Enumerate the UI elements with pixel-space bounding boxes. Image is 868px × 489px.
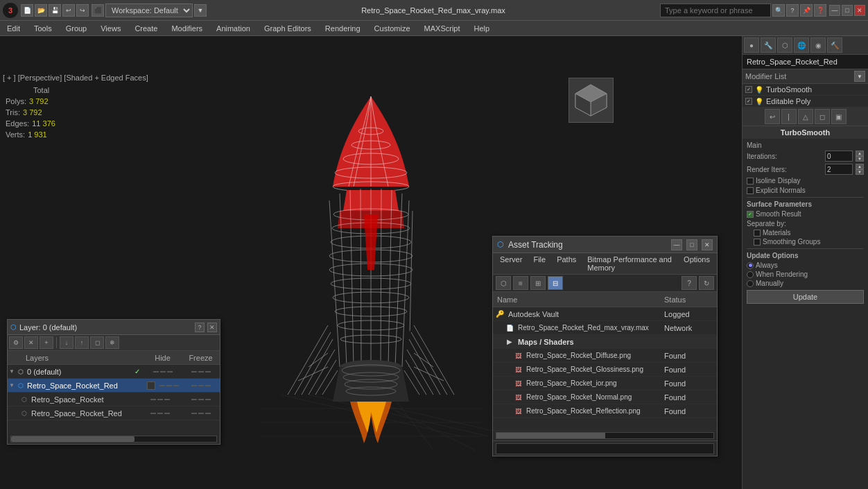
asset-row-normal[interactable]: 🖼 Retro_Space_Rocket_Normal.png Found bbox=[493, 391, 717, 404]
rp-icon-sphere[interactable]: ● bbox=[744, 37, 759, 53]
open-file-icon[interactable]: 📂 bbox=[35, 4, 47, 17]
asset-path-input[interactable] bbox=[496, 443, 714, 454]
menu-maxscript[interactable]: MAXScript bbox=[417, 21, 467, 35]
asset-row-glossiness[interactable]: 🖼 Retro_Space_Rocket_Glossiness.png Foun… bbox=[493, 363, 717, 377]
layer-tool-add[interactable]: + bbox=[40, 336, 53, 349]
modifier-editable-poly[interactable]: ✓ 💡 Editable Poly bbox=[743, 96, 868, 108]
layer-expand-retro-red[interactable]: ▼ bbox=[8, 379, 16, 392]
asset-close-btn[interactable]: ✕ bbox=[702, 239, 713, 250]
workspace-arrow[interactable]: ▼ bbox=[194, 4, 207, 17]
layer-tool-settings[interactable]: ⚙ bbox=[9, 336, 23, 349]
ts-materials-checkbox[interactable] bbox=[754, 230, 761, 237]
layer-tool-move-down[interactable]: ↓ bbox=[60, 336, 73, 349]
ts-iterations-input[interactable] bbox=[825, 151, 853, 162]
menu-animation[interactable]: Animation bbox=[209, 21, 257, 35]
workspace-dropdown[interactable]: Workspace: Default bbox=[105, 3, 193, 17]
menu-views[interactable]: Views bbox=[94, 21, 128, 35]
ts-render-iters-input[interactable] bbox=[825, 164, 853, 175]
menu-graph-editors[interactable]: Graph Editors bbox=[257, 21, 318, 35]
configure-tool[interactable]: ▣ bbox=[831, 109, 847, 124]
asset-scrollbar[interactable] bbox=[496, 432, 714, 439]
menu-tools[interactable]: Tools bbox=[27, 21, 59, 35]
asset-tool-2[interactable]: ≡ bbox=[513, 276, 528, 290]
asset-tool-4[interactable]: ⊟ bbox=[548, 276, 563, 290]
layer-expand-default[interactable]: ▼ bbox=[8, 365, 16, 378]
menu-modifiers[interactable]: Modifiers bbox=[164, 21, 209, 35]
ts-render-up[interactable]: ▲ bbox=[856, 164, 864, 169]
asset-row-ior[interactable]: 🖼 Retro_Space_Rocket_ior.png Found bbox=[493, 377, 717, 391]
asset-tool-1[interactable]: ⬡ bbox=[496, 276, 511, 290]
maximize-button[interactable]: □ bbox=[842, 5, 853, 16]
pin-icon[interactable]: 📌 bbox=[800, 4, 813, 17]
workspace-selector[interactable]: ⬛ Workspace: Default ▼ bbox=[92, 3, 207, 17]
layer-tool-move-up[interactable]: ↑ bbox=[75, 336, 89, 349]
rp-icon-utilities[interactable]: 🔨 bbox=[827, 37, 842, 53]
rp-icon-hierarchy[interactable]: ⬡ bbox=[777, 37, 792, 53]
ts-always-radio[interactable] bbox=[747, 262, 754, 269]
ts-render-down[interactable]: ▼ bbox=[856, 169, 864, 175]
rp-icon-modify[interactable]: 🔧 bbox=[761, 37, 776, 53]
asset-minimize-btn[interactable]: — bbox=[671, 239, 682, 250]
modifier-checkbox[interactable]: ✓ bbox=[745, 86, 752, 93]
modifier-turbosmooth[interactable]: ✓ 💡 TurboSmooth bbox=[743, 84, 868, 96]
asset-tool-help[interactable]: ? bbox=[682, 276, 697, 290]
menu-create[interactable]: Create bbox=[128, 21, 164, 35]
asset-tool-refresh[interactable]: ↻ bbox=[699, 276, 714, 290]
layer-tool-freeze[interactable]: ❄ bbox=[105, 336, 119, 349]
layer-tool-delete[interactable]: ✕ bbox=[24, 336, 38, 349]
asset-maximize-btn[interactable]: □ bbox=[686, 239, 697, 250]
undo-icon[interactable]: ↩ bbox=[62, 4, 75, 17]
ts-manually-radio[interactable] bbox=[747, 280, 754, 287]
layer-scrollbar[interactable] bbox=[10, 436, 217, 443]
search-input[interactable] bbox=[660, 3, 771, 17]
asset-menu-server[interactable]: Server bbox=[494, 255, 528, 273]
asset-row-maxfile[interactable]: 📄 Retro_Space_Rocket_Red_max_vray.max Ne… bbox=[493, 321, 717, 335]
asset-row-reflection[interactable]: 🖼 Retro_Space_Rocket_Reflection.png Foun… bbox=[493, 404, 717, 418]
ts-isoline-checkbox[interactable] bbox=[747, 178, 754, 185]
layer-panel-help[interactable]: ? bbox=[195, 323, 205, 332]
ts-explicit-normals-checkbox[interactable] bbox=[747, 187, 754, 194]
menu-rendering[interactable]: Rendering bbox=[318, 21, 367, 35]
redo-icon[interactable]: ↪ bbox=[76, 4, 89, 17]
layer-subrow-rocket-red[interactable]: ⬡ Retro_Space_Rocket_Red bbox=[8, 406, 220, 420]
rp-icon-motion[interactable]: 🌐 bbox=[794, 37, 809, 53]
menu-group[interactable]: Group bbox=[59, 21, 94, 35]
close-button[interactable]: ✕ bbox=[854, 5, 865, 16]
new-file-icon[interactable]: 📄 bbox=[21, 4, 33, 17]
make-unique-tool[interactable]: ◻ bbox=[815, 109, 830, 124]
asset-menu-paths[interactable]: Paths bbox=[551, 255, 582, 273]
viewport-cube-icon[interactable] bbox=[568, 78, 614, 123]
asset-row-maps-folder[interactable]: ▶ Maps / Shaders bbox=[493, 335, 717, 349]
layer-row-default[interactable]: ▼ ⬡ 0 (default) ✓ bbox=[8, 365, 220, 379]
ts-iter-up[interactable]: ▲ bbox=[856, 151, 864, 156]
asset-menu-bitmap[interactable]: Bitmap Performance and Memory bbox=[582, 255, 678, 273]
layer-row-retro-red[interactable]: ▼ ⬡ Retro_Space_Rocket_Red bbox=[8, 379, 220, 393]
layer-tool-select-objects[interactable]: ◻ bbox=[90, 336, 104, 349]
ts-smoothing-groups-checkbox[interactable] bbox=[754, 239, 761, 246]
layer-panel-close[interactable]: ✕ bbox=[207, 323, 217, 332]
modifier-dropdown-button[interactable]: ▼ bbox=[854, 71, 865, 82]
search-icon[interactable]: 🔍 bbox=[772, 4, 785, 17]
asset-row-vault[interactable]: 🔑 Autodesk Vault Logged bbox=[493, 307, 717, 321]
help-icon[interactable]: ❓ bbox=[814, 4, 826, 17]
save-file-icon[interactable]: 💾 bbox=[49, 4, 61, 17]
pin-stack-tool[interactable]: ↩ bbox=[765, 109, 780, 124]
ts-when-rendering-radio[interactable] bbox=[747, 271, 754, 278]
rp-icon-display[interactable]: ◉ bbox=[810, 37, 826, 53]
help-search-icon[interactable]: ? bbox=[786, 4, 799, 17]
asset-tool-3[interactable]: ⊞ bbox=[530, 276, 546, 290]
move-tool[interactable]: | bbox=[781, 109, 797, 124]
asset-menu-options[interactable]: Options bbox=[678, 255, 715, 273]
ts-iter-down[interactable]: ▼ bbox=[856, 156, 864, 162]
menu-edit[interactable]: Edit bbox=[0, 21, 27, 35]
asset-row-diffuse[interactable]: 🖼 Retro_Space_Rocket_Diffuse.png Found bbox=[493, 349, 717, 363]
layer-subrow-rocket[interactable]: ⬡ Retro_Space_Rocket bbox=[8, 393, 220, 406]
asset-menu-file[interactable]: File bbox=[528, 255, 551, 273]
menu-customize[interactable]: Customize bbox=[367, 21, 417, 35]
menu-help[interactable]: Help bbox=[467, 21, 497, 35]
minimize-button[interactable]: — bbox=[829, 5, 840, 16]
show-end-result-tool[interactable]: △ bbox=[798, 109, 813, 124]
modifier-checkbox-2[interactable]: ✓ bbox=[745, 98, 752, 105]
ts-smooth-result-checkbox[interactable] bbox=[747, 211, 754, 218]
ts-update-button[interactable]: Update bbox=[747, 290, 864, 304]
